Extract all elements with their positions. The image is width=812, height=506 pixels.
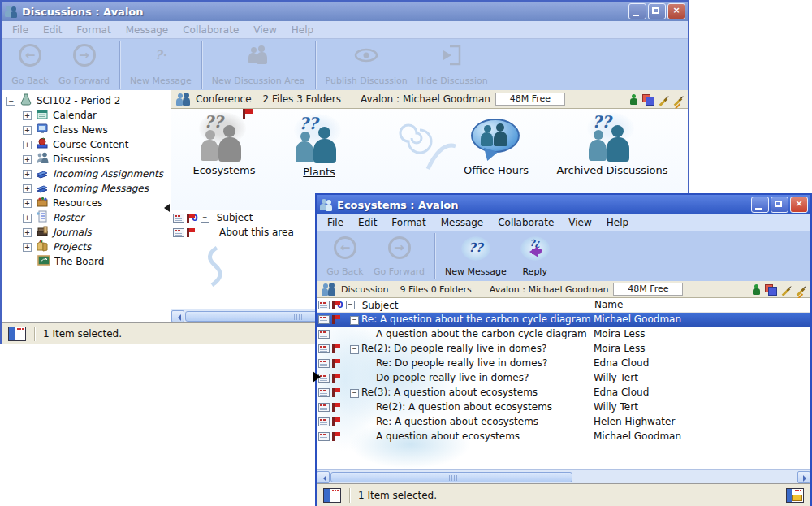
maximize-button[interactable]	[648, 3, 666, 19]
menu-edit[interactable]: Edit	[36, 24, 69, 36]
panel-toggle-icon[interactable]	[8, 327, 26, 341]
menu-message[interactable]: Message	[119, 24, 176, 36]
icon-label[interactable]: Archived Discussions	[551, 164, 673, 176]
menu-format[interactable]: Format	[384, 217, 433, 228]
expand-icon[interactable]	[23, 199, 32, 208]
menu-view[interactable]: View	[561, 217, 598, 228]
close-button[interactable]: ×	[667, 3, 685, 19]
menu-format[interactable]: Format	[69, 24, 118, 36]
table-row[interactable]: Re: Do people really live in domes? Edna…	[317, 357, 810, 371]
titlebar-ecosystems[interactable]: Ecosystems : Avalon ×	[317, 195, 810, 214]
expand-icon[interactable]	[23, 111, 32, 120]
reply-button[interactable]: ?¿ Reply	[512, 235, 559, 279]
minimize-button[interactable]	[628, 3, 646, 19]
table-row[interactable]: Re(2): Do people really live in domes? M…	[317, 342, 810, 357]
thread-collapse-box[interactable]	[350, 389, 359, 398]
table-row[interactable]: Do people really live in domes? Willy Te…	[317, 371, 810, 386]
expand-icon[interactable]	[23, 228, 32, 237]
tree-item-the-board[interactable]: The Board	[2, 254, 171, 269]
titlebar-discussions[interactable]: Discussions : Avalon ×	[2, 2, 688, 21]
forward-arrow-icon: →	[388, 236, 411, 259]
menu-file[interactable]: File	[320, 217, 351, 228]
tree-item-resources[interactable]: Resources	[2, 196, 171, 210]
icon-label[interactable]: Office Hours	[447, 164, 545, 176]
publish-discussion-button[interactable]: Publish Discussion	[321, 42, 412, 89]
menu-file[interactable]: File	[5, 24, 36, 36]
collapse-all-box[interactable]	[346, 301, 355, 309]
thread-collapse-box[interactable]	[350, 345, 359, 354]
expand-icon[interactable]	[23, 141, 32, 149]
tree-item-roster[interactable]: Roster	[2, 210, 171, 225]
icon-plants[interactable]: ?? Plants	[270, 117, 368, 178]
icon-label[interactable]: Ecosystems	[175, 164, 273, 176]
expand-icon[interactable]	[23, 155, 32, 164]
expand-icon[interactable]	[23, 243, 32, 252]
menu-help[interactable]: Help	[599, 217, 636, 228]
eye-icon	[352, 44, 380, 69]
close-button[interactable]: ×	[790, 197, 808, 213]
table-row[interactable]: A question about the carbon cycle diagra…	[317, 327, 810, 342]
message-icon	[318, 344, 330, 353]
menu-collaborate[interactable]: Collaborate	[490, 217, 561, 228]
container-kind: Discussion	[341, 284, 389, 295]
icon-archived-discussions[interactable]: ?? Archived Discussions	[551, 115, 673, 176]
menu-collaborate[interactable]: Collaborate	[175, 24, 246, 36]
row-name: Moira Less	[594, 328, 646, 339]
books-icon	[36, 167, 49, 181]
menu-help[interactable]: Help	[284, 24, 321, 36]
maximize-button[interactable]	[771, 197, 788, 213]
container-kind: Conference	[196, 93, 252, 105]
table-row[interactable]: Re(3): A question about ecosystems Edna …	[317, 386, 810, 400]
table-row[interactable]: Re: A question about the carbon cycle di…	[317, 313, 810, 327]
item-subject[interactable]: About this area	[219, 227, 294, 238]
menu-view[interactable]: View	[246, 24, 283, 36]
scroll-left-button[interactable]	[317, 471, 330, 483]
tree-item-journals[interactable]: Journals	[2, 225, 171, 240]
scroll-right-button[interactable]	[797, 471, 810, 483]
collapse-icon[interactable]	[6, 97, 15, 106]
name-header[interactable]: Name	[590, 298, 806, 312]
splitter-collapse-arrow[interactable]	[160, 204, 170, 212]
tree-root-sci102[interactable]: SCI102 - Period 2	[2, 93, 171, 108]
icon-office-hours[interactable]: Office Hours	[447, 117, 545, 176]
summary-panel-icon[interactable]	[786, 488, 804, 503]
thread-collapse-box[interactable]	[350, 316, 359, 325]
collapse-all-box[interactable]	[201, 214, 209, 223]
icon-label[interactable]: Plants	[270, 166, 368, 178]
go-forward-button[interactable]: → Go Forward	[369, 235, 430, 279]
tree-item-calendar[interactable]: Calendar	[2, 108, 171, 123]
tree-item-discussions[interactable]: Discussions	[2, 152, 171, 167]
new-message-button[interactable]: ?· New Message	[125, 42, 197, 89]
menu-edit[interactable]: Edit	[351, 217, 384, 228]
menu-message[interactable]: Message	[434, 217, 491, 228]
scrollbar-thumb[interactable]	[330, 472, 572, 482]
go-forward-button[interactable]: → Go Forward	[54, 42, 114, 89]
expand-icon[interactable]	[23, 214, 32, 223]
expand-icon[interactable]	[23, 170, 32, 179]
scroll-left-button[interactable]	[171, 310, 184, 322]
table-header[interactable]: 0 Subject Name	[317, 298, 810, 313]
minimize-button[interactable]	[751, 197, 769, 213]
table-row[interactable]: Re: A question about ecosystems Helen Hi…	[317, 415, 810, 430]
people-icon	[246, 44, 270, 67]
subject-header[interactable]: Subject	[362, 300, 399, 311]
expand-icon[interactable]	[23, 184, 32, 193]
tree-item-course-content[interactable]: Course Content	[2, 137, 171, 152]
icon-ecosystems[interactable]: ?? Ecosystems	[175, 115, 273, 176]
go-back-button[interactable]: ← Go Back	[322, 235, 369, 279]
subject-header[interactable]: Subject	[217, 212, 253, 223]
tree-item-projects[interactable]: Projects	[2, 240, 171, 254]
new-message-button[interactable]: ?? New Message	[440, 235, 512, 279]
tree-item-incoming-messages[interactable]: Incoming Messages	[2, 181, 171, 196]
expand-icon[interactable]	[23, 126, 32, 135]
forward-arrow-icon: →	[73, 44, 96, 67]
table-row[interactable]: A question about ecosystems Michael Good…	[317, 430, 810, 444]
message-icon	[318, 315, 330, 324]
hide-discussion-button[interactable]: Hide Discussion	[412, 42, 493, 89]
panel-toggle-icon[interactable]	[323, 488, 341, 503]
go-back-button[interactable]: ← Go Back	[6, 42, 54, 89]
tree-item-incoming-assignments[interactable]: Incoming Assignments	[2, 167, 171, 181]
tree-item-class-news[interactable]: Class News	[2, 123, 171, 137]
new-discussion-area-button[interactable]: New Discussion Area	[207, 42, 310, 89]
table-row[interactable]: Re(2): A question about ecosystems Willy…	[317, 400, 810, 415]
